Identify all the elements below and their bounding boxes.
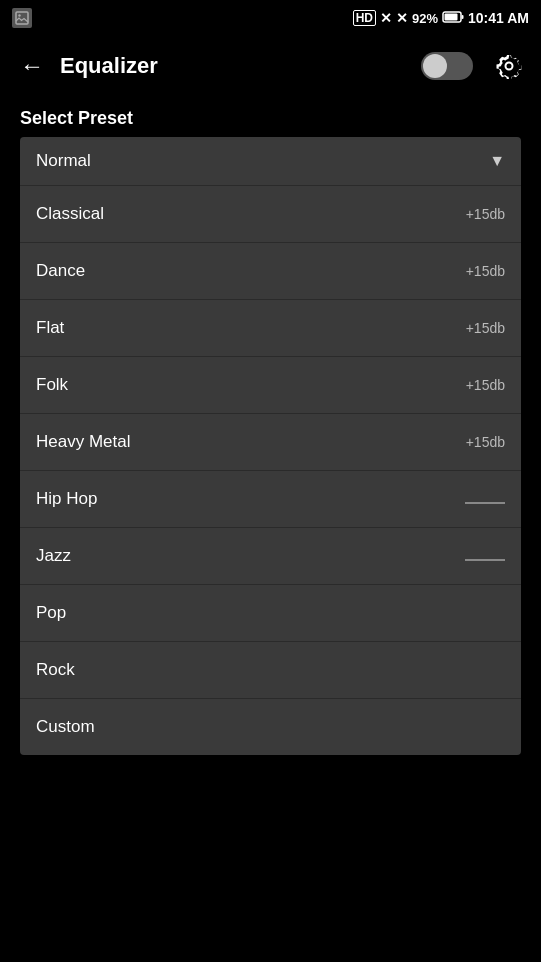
status-bar: HD ✕ ✕ 92% 10:41 AM: [0, 0, 541, 36]
preset-item-custom[interactable]: Custom +15db: [20, 698, 521, 755]
signal-icon2: ✕: [396, 10, 408, 26]
preset-item-dance[interactable]: Dance +15db: [20, 242, 521, 299]
signal-icon: ✕: [380, 10, 392, 26]
battery-percent: 92%: [412, 11, 438, 26]
status-right: HD ✕ ✕ 92% 10:41 AM: [353, 10, 529, 27]
preset-item-hip-hop[interactable]: Hip Hop: [20, 470, 521, 527]
dropdown-list: Classical +15db Dance +15db Flat +15db F…: [20, 185, 521, 755]
hd-label: HD: [353, 10, 376, 26]
status-left: [12, 8, 32, 28]
preset-item-classical[interactable]: Classical +15db: [20, 185, 521, 242]
dropdown-arrow-icon: ▼: [489, 152, 505, 170]
page-title: Equalizer: [60, 53, 421, 79]
preset-item-heavy-metal[interactable]: Heavy Metal +15db: [20, 413, 521, 470]
select-preset-label: Select Preset: [0, 96, 541, 137]
preset-item-jazz[interactable]: Jazz: [20, 527, 521, 584]
settings-button[interactable]: [489, 46, 529, 86]
svg-rect-4: [445, 13, 458, 20]
svg-rect-0: [16, 12, 28, 24]
back-arrow-icon: ←: [20, 52, 44, 80]
gear-icon: [496, 53, 522, 79]
back-button[interactable]: ←: [12, 46, 52, 86]
preset-item-folk[interactable]: Folk +15db: [20, 356, 521, 413]
svg-rect-3: [462, 15, 464, 19]
time-display: 10:41 AM: [468, 10, 529, 26]
equalizer-toggle[interactable]: [421, 52, 473, 80]
svg-point-1: [18, 14, 20, 16]
preset-item-rock[interactable]: Rock +15db: [20, 641, 521, 698]
preset-item-flat[interactable]: Flat +15db: [20, 299, 521, 356]
toolbar: ← Equalizer: [0, 36, 541, 96]
image-icon: [12, 8, 32, 28]
preset-dropdown-header[interactable]: Normal ▼: [20, 137, 521, 185]
preset-item-pop[interactable]: Pop +15db: [20, 584, 521, 641]
battery-icon: [442, 10, 464, 27]
selected-preset-label: Normal: [36, 151, 91, 171]
